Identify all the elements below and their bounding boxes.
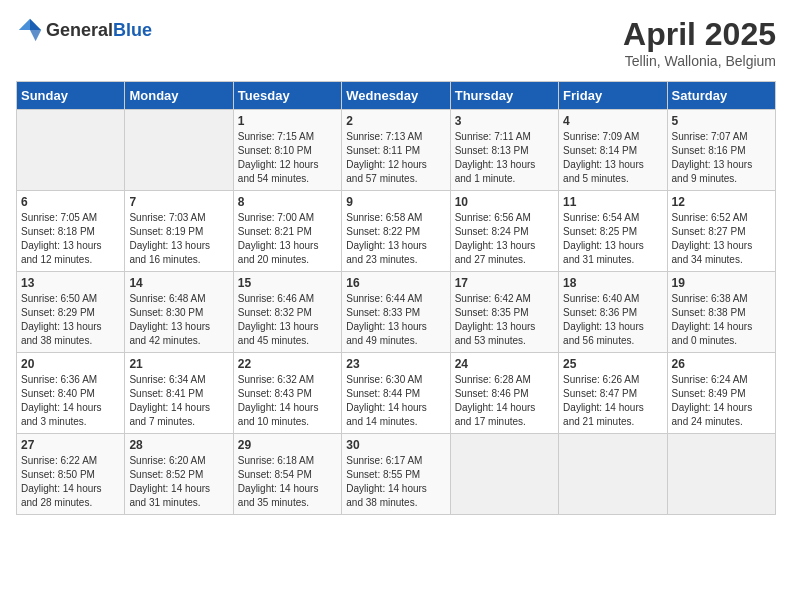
logo-blue: Blue — [113, 20, 152, 40]
calendar-cell: 18Sunrise: 6:40 AM Sunset: 8:36 PM Dayli… — [559, 272, 667, 353]
day-info: Sunrise: 6:44 AM Sunset: 8:33 PM Dayligh… — [346, 292, 445, 348]
day-number: 24 — [455, 357, 554, 371]
sub-title: Tellin, Wallonia, Belgium — [623, 53, 776, 69]
page-header: GeneralBlue April 2025 Tellin, Wallonia,… — [16, 16, 776, 69]
day-info: Sunrise: 6:17 AM Sunset: 8:55 PM Dayligh… — [346, 454, 445, 510]
day-info: Sunrise: 6:42 AM Sunset: 8:35 PM Dayligh… — [455, 292, 554, 348]
logo: GeneralBlue — [16, 16, 152, 44]
calendar-cell — [450, 434, 558, 515]
day-info: Sunrise: 7:09 AM Sunset: 8:14 PM Dayligh… — [563, 130, 662, 186]
calendar-cell: 9Sunrise: 6:58 AM Sunset: 8:22 PM Daylig… — [342, 191, 450, 272]
week-row-5: 27Sunrise: 6:22 AM Sunset: 8:50 PM Dayli… — [17, 434, 776, 515]
calendar-cell: 26Sunrise: 6:24 AM Sunset: 8:49 PM Dayli… — [667, 353, 775, 434]
calendar-cell: 1Sunrise: 7:15 AM Sunset: 8:10 PM Daylig… — [233, 110, 341, 191]
day-info: Sunrise: 6:40 AM Sunset: 8:36 PM Dayligh… — [563, 292, 662, 348]
day-number: 19 — [672, 276, 771, 290]
calendar-cell: 13Sunrise: 6:50 AM Sunset: 8:29 PM Dayli… — [17, 272, 125, 353]
day-number: 1 — [238, 114, 337, 128]
day-number: 13 — [21, 276, 120, 290]
day-number: 26 — [672, 357, 771, 371]
week-row-3: 13Sunrise: 6:50 AM Sunset: 8:29 PM Dayli… — [17, 272, 776, 353]
calendar-cell — [17, 110, 125, 191]
day-info: Sunrise: 6:32 AM Sunset: 8:43 PM Dayligh… — [238, 373, 337, 429]
svg-marker-1 — [19, 19, 30, 30]
day-info: Sunrise: 7:03 AM Sunset: 8:19 PM Dayligh… — [129, 211, 228, 267]
week-row-2: 6Sunrise: 7:05 AM Sunset: 8:18 PM Daylig… — [17, 191, 776, 272]
calendar-cell — [559, 434, 667, 515]
calendar-cell: 22Sunrise: 6:32 AM Sunset: 8:43 PM Dayli… — [233, 353, 341, 434]
day-info: Sunrise: 6:22 AM Sunset: 8:50 PM Dayligh… — [21, 454, 120, 510]
day-info: Sunrise: 6:58 AM Sunset: 8:22 PM Dayligh… — [346, 211, 445, 267]
day-number: 28 — [129, 438, 228, 452]
day-number: 14 — [129, 276, 228, 290]
day-number: 18 — [563, 276, 662, 290]
day-number: 27 — [21, 438, 120, 452]
day-info: Sunrise: 7:00 AM Sunset: 8:21 PM Dayligh… — [238, 211, 337, 267]
day-number: 20 — [21, 357, 120, 371]
day-number: 15 — [238, 276, 337, 290]
calendar-cell: 28Sunrise: 6:20 AM Sunset: 8:52 PM Dayli… — [125, 434, 233, 515]
calendar-cell: 23Sunrise: 6:30 AM Sunset: 8:44 PM Dayli… — [342, 353, 450, 434]
calendar-cell: 8Sunrise: 7:00 AM Sunset: 8:21 PM Daylig… — [233, 191, 341, 272]
svg-marker-0 — [30, 19, 41, 30]
day-number: 6 — [21, 195, 120, 209]
day-number: 16 — [346, 276, 445, 290]
calendar-cell: 15Sunrise: 6:46 AM Sunset: 8:32 PM Dayli… — [233, 272, 341, 353]
day-info: Sunrise: 6:54 AM Sunset: 8:25 PM Dayligh… — [563, 211, 662, 267]
logo-icon — [16, 16, 44, 44]
calendar-cell — [667, 434, 775, 515]
day-info: Sunrise: 7:11 AM Sunset: 8:13 PM Dayligh… — [455, 130, 554, 186]
col-header-friday: Friday — [559, 82, 667, 110]
day-info: Sunrise: 6:48 AM Sunset: 8:30 PM Dayligh… — [129, 292, 228, 348]
day-info: Sunrise: 6:26 AM Sunset: 8:47 PM Dayligh… — [563, 373, 662, 429]
calendar-cell: 3Sunrise: 7:11 AM Sunset: 8:13 PM Daylig… — [450, 110, 558, 191]
calendar-cell: 24Sunrise: 6:28 AM Sunset: 8:46 PM Dayli… — [450, 353, 558, 434]
day-number: 12 — [672, 195, 771, 209]
day-info: Sunrise: 6:18 AM Sunset: 8:54 PM Dayligh… — [238, 454, 337, 510]
calendar-cell: 21Sunrise: 6:34 AM Sunset: 8:41 PM Dayli… — [125, 353, 233, 434]
calendar-cell — [125, 110, 233, 191]
day-number: 8 — [238, 195, 337, 209]
week-row-1: 1Sunrise: 7:15 AM Sunset: 8:10 PM Daylig… — [17, 110, 776, 191]
day-info: Sunrise: 6:38 AM Sunset: 8:38 PM Dayligh… — [672, 292, 771, 348]
logo-text: GeneralBlue — [46, 20, 152, 41]
calendar-cell: 6Sunrise: 7:05 AM Sunset: 8:18 PM Daylig… — [17, 191, 125, 272]
calendar-cell: 29Sunrise: 6:18 AM Sunset: 8:54 PM Dayli… — [233, 434, 341, 515]
day-number: 23 — [346, 357, 445, 371]
col-header-tuesday: Tuesday — [233, 82, 341, 110]
day-info: Sunrise: 6:50 AM Sunset: 8:29 PM Dayligh… — [21, 292, 120, 348]
calendar-cell: 25Sunrise: 6:26 AM Sunset: 8:47 PM Dayli… — [559, 353, 667, 434]
calendar-cell: 12Sunrise: 6:52 AM Sunset: 8:27 PM Dayli… — [667, 191, 775, 272]
day-info: Sunrise: 6:24 AM Sunset: 8:49 PM Dayligh… — [672, 373, 771, 429]
calendar-table: SundayMondayTuesdayWednesdayThursdayFrid… — [16, 81, 776, 515]
day-number: 30 — [346, 438, 445, 452]
day-number: 11 — [563, 195, 662, 209]
day-number: 2 — [346, 114, 445, 128]
day-info: Sunrise: 6:28 AM Sunset: 8:46 PM Dayligh… — [455, 373, 554, 429]
day-number: 4 — [563, 114, 662, 128]
header-row: SundayMondayTuesdayWednesdayThursdayFrid… — [17, 82, 776, 110]
day-number: 29 — [238, 438, 337, 452]
day-info: Sunrise: 7:13 AM Sunset: 8:11 PM Dayligh… — [346, 130, 445, 186]
calendar-cell: 20Sunrise: 6:36 AM Sunset: 8:40 PM Dayli… — [17, 353, 125, 434]
logo-general: General — [46, 20, 113, 40]
day-number: 22 — [238, 357, 337, 371]
day-info: Sunrise: 6:52 AM Sunset: 8:27 PM Dayligh… — [672, 211, 771, 267]
day-info: Sunrise: 6:36 AM Sunset: 8:40 PM Dayligh… — [21, 373, 120, 429]
col-header-saturday: Saturday — [667, 82, 775, 110]
day-info: Sunrise: 6:56 AM Sunset: 8:24 PM Dayligh… — [455, 211, 554, 267]
day-number: 9 — [346, 195, 445, 209]
col-header-thursday: Thursday — [450, 82, 558, 110]
calendar-cell: 16Sunrise: 6:44 AM Sunset: 8:33 PM Dayli… — [342, 272, 450, 353]
day-number: 3 — [455, 114, 554, 128]
week-row-4: 20Sunrise: 6:36 AM Sunset: 8:40 PM Dayli… — [17, 353, 776, 434]
main-title: April 2025 — [623, 16, 776, 53]
calendar-cell: 2Sunrise: 7:13 AM Sunset: 8:11 PM Daylig… — [342, 110, 450, 191]
calendar-cell: 7Sunrise: 7:03 AM Sunset: 8:19 PM Daylig… — [125, 191, 233, 272]
day-info: Sunrise: 7:15 AM Sunset: 8:10 PM Dayligh… — [238, 130, 337, 186]
calendar-cell: 10Sunrise: 6:56 AM Sunset: 8:24 PM Dayli… — [450, 191, 558, 272]
title-block: April 2025 Tellin, Wallonia, Belgium — [623, 16, 776, 69]
calendar-cell: 27Sunrise: 6:22 AM Sunset: 8:50 PM Dayli… — [17, 434, 125, 515]
day-info: Sunrise: 6:34 AM Sunset: 8:41 PM Dayligh… — [129, 373, 228, 429]
day-info: Sunrise: 6:30 AM Sunset: 8:44 PM Dayligh… — [346, 373, 445, 429]
